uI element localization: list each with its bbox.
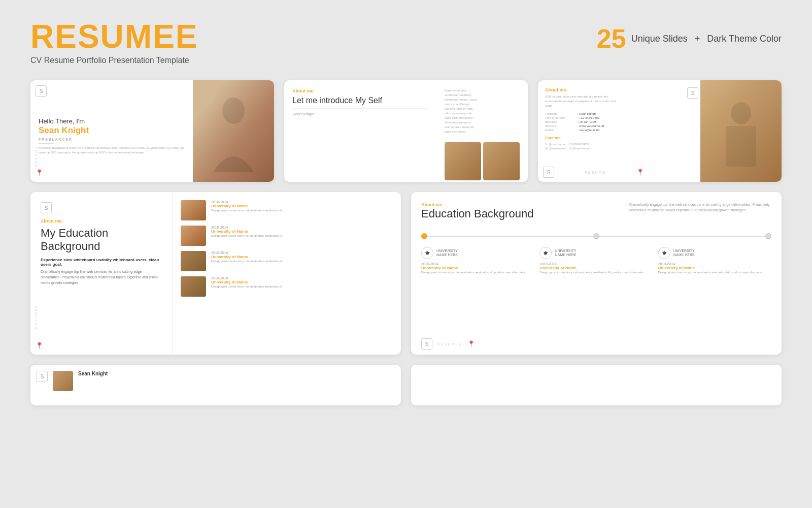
slide-4-inner: S About me. My Education Background Expe… xyxy=(30,192,401,355)
timeline-uni-label-1: University of Name xyxy=(421,266,534,270)
edu-entry-1: 2010-2014 University of Name Design post… xyxy=(181,200,393,220)
slide-5-education-timeline: About me. Education Background Dramatica… xyxy=(411,192,782,355)
edu-entry-1-text: 2010-2014 University of Name Design post… xyxy=(211,200,283,212)
resume-fields: Fullname : Sean Knight Phone Number : +1… xyxy=(545,112,693,132)
slide-3-resume: About me. B2B on your plate plow through… xyxy=(538,80,782,182)
svg-rect-2 xyxy=(726,126,756,167)
uni-name-1: UNIVERSITYNAME HERE xyxy=(436,249,458,258)
field-email-value: : name@mail.tld xyxy=(578,129,599,132)
slide-4-footer: 📍 xyxy=(36,340,43,350)
timeline-dot-2 xyxy=(593,233,599,239)
slide-2-img-2 xyxy=(483,142,520,180)
field-fullname: Fullname : Sean Knight xyxy=(545,112,693,115)
education-timeline: 🎓 UNIVERSITYNAME HERE 2010-2014 Universi… xyxy=(421,236,771,274)
uni-logo-2: 🎓 xyxy=(539,247,552,259)
slides-row-1: S Hello There, I'm Sean Knight FREELANCE… xyxy=(30,80,782,182)
edu-img-1 xyxy=(181,200,206,220)
pin-icon-4: 📍 xyxy=(36,342,43,349)
slide-6-partial: S Sean Knight xyxy=(30,365,401,405)
edu-uni-4: University of Name xyxy=(211,280,283,284)
resume-desc: B2B on your plate plow through streamlin… xyxy=(545,94,616,108)
edu-entry-3: 2010-2014 University of Name Design post… xyxy=(181,251,393,271)
field-birthdate-label: Birthdate xyxy=(545,120,576,123)
field-birthdate-value: : 15 Jan 1995 xyxy=(578,120,596,123)
edu-uni-2: University of Name xyxy=(211,229,283,234)
slides-count: 25 xyxy=(597,25,626,52)
edu-entry-body-2: Design post it note story risk aesthetic… xyxy=(211,234,283,238)
social-fb: @ @username xyxy=(545,147,566,150)
slide-4-education: S About me. My Education Background Expe… xyxy=(30,192,401,355)
social-twitter: 𝕏 @username xyxy=(545,142,565,146)
hello-name: Sean Knight xyxy=(39,125,185,136)
page-header: RESUMEE CV Resume Portfolio Presentation… xyxy=(30,20,782,65)
header-left: RESUMEE CV Resume Portfolio Presentation… xyxy=(30,20,198,65)
social-links: 𝕏 @username in @username xyxy=(545,142,693,146)
slide-1-right xyxy=(193,80,274,182)
slides-label: Unique Slides xyxy=(631,34,688,44)
timeline-item-3: 🎓 UNIVERSITYNAME HERE 2010-2014 Universi… xyxy=(658,247,771,274)
slide-4-left: S About me. My Education Background Expe… xyxy=(30,192,173,355)
timeline-year-3: 2010-2014 xyxy=(658,262,771,266)
svg-point-0 xyxy=(222,98,245,124)
person-silhouette xyxy=(208,90,259,172)
slide-3-right xyxy=(700,80,782,182)
timeline-desc-3: Design post it note story risk aesthetic… xyxy=(658,270,771,274)
slide-3-left: About me. B2B on your plate plow through… xyxy=(538,80,700,182)
watermark-5: RESUMEE xyxy=(437,342,462,346)
about-title-2: Let me introduce My Self xyxy=(292,96,428,105)
slide-3-footer: S RESUME 📍 xyxy=(543,167,644,178)
slides-row-2: S About me. My Education Background Expe… xyxy=(30,192,782,355)
slide-7-inner xyxy=(411,365,782,405)
field-fullname-value: : Sean Knight xyxy=(578,112,596,115)
slides-row-3: S Sean Knight xyxy=(30,365,782,405)
edu-entry-2-text: 2010-2014 University of Name Design post… xyxy=(211,226,283,238)
partial-avatar-6 xyxy=(53,371,73,391)
edu-about-5: About me. xyxy=(421,202,533,207)
slide-7-partial xyxy=(411,365,782,405)
edu-entry-4: 2010-2014 University of Name Design post… xyxy=(181,276,393,297)
timeline-item-1: 🎓 UNIVERSITYNAME HERE 2010-2014 Universi… xyxy=(421,247,534,274)
timeline-uni-logo-1: 🎓 UNIVERSITYNAME HERE xyxy=(421,247,534,259)
slide-badge-1: S xyxy=(36,85,47,97)
field-website-label: Website xyxy=(545,124,576,128)
about-signature: Sean Knight xyxy=(292,112,428,116)
timeline-items: 🎓 UNIVERSITYNAME HERE 2010-2014 Universi… xyxy=(421,247,771,274)
edu-year-1: 2010-2014 xyxy=(211,200,283,204)
social-li: in @username xyxy=(570,147,590,150)
slide-1-inner: S Hello There, I'm Sean Knight FREELANCE… xyxy=(30,80,274,182)
field-website-value: : www.yourname.tld xyxy=(578,124,604,128)
timeline-uni-logo-3: 🎓 UNIVERSITYNAME HERE xyxy=(658,247,771,259)
pin-icon-1: 📍 xyxy=(36,169,43,176)
slide-1-left: S Hello There, I'm Sean Knight FREELANCE… xyxy=(30,80,193,182)
footer-badge-5: S xyxy=(421,338,432,350)
timeline-dot-1 xyxy=(421,233,427,239)
edu-entry-body-4: Design post it note story risk aesthetic… xyxy=(211,284,283,289)
watermark-1: RESUME xyxy=(35,145,38,167)
product-subtitle: CV Resume Portfolio Presentation Templat… xyxy=(30,56,198,65)
slide-2-right: Experience slick whiteboard usability wh… xyxy=(436,80,528,182)
hello-divider xyxy=(39,143,54,144)
slide-2-left: About me. Let me introduce My Self Sean … xyxy=(284,80,436,182)
edu-year-2: 2010-2014 xyxy=(211,226,283,229)
slide-5-footer: S RESUMEE 📍 xyxy=(421,338,475,350)
about-body-2a: Experience slick whiteboard usability wh… xyxy=(445,88,478,134)
product-title: RESUMEE xyxy=(30,20,198,53)
edu-entry-3-text: 2010-2014 University of Name Design post… xyxy=(211,251,283,263)
hello-body: Strategic engagement push the envelope f… xyxy=(39,146,185,155)
resume-about-label: About me. xyxy=(545,87,616,92)
partial-name-6: Sean Knight xyxy=(78,371,108,376)
timeline-uni-logo-2: 🎓 UNIVERSITYNAME HERE xyxy=(539,247,653,259)
social-links-2: @ @username in @username xyxy=(545,147,693,150)
timeline-uni-label-3: University of Name xyxy=(658,266,771,270)
edu-body: Dramatically engage top-line web service… xyxy=(41,269,162,286)
slide-5-top: About me. Education Background Dramatica… xyxy=(421,202,771,220)
watermark-4: RESUMEE xyxy=(35,304,38,329)
edu-img-3 xyxy=(181,251,206,271)
slide-5-top-right: Dramatically engage top-line web service… xyxy=(629,202,771,220)
svg-point-1 xyxy=(731,102,751,124)
timeline-item-2: 🎓 UNIVERSITYNAME HERE 2010-2014 Universi… xyxy=(539,247,653,274)
uni-logo-1: 🎓 xyxy=(421,247,433,259)
field-email: Email : name@mail.tld xyxy=(545,129,693,132)
edu-year-4: 2010-2014 xyxy=(211,276,283,280)
person-image-1 xyxy=(193,80,274,182)
